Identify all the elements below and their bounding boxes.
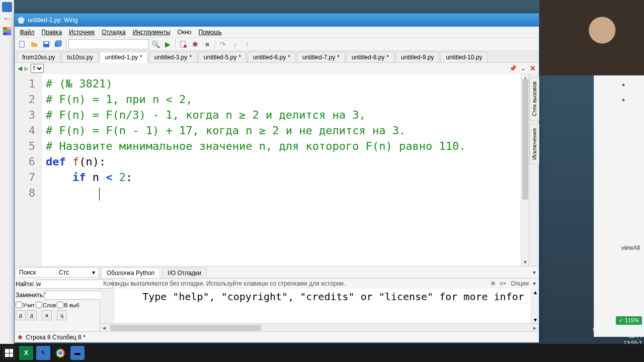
collapse-icon[interactable]: ⌄ [521,65,526,72]
new-file-icon[interactable] [17,39,28,50]
wing-logo-icon [18,17,25,24]
menu-bar: Файл Правка Источник Отладка Инструменты… [15,27,539,38]
scrollbar-thumb[interactable] [522,79,528,200]
right-side-panels: ▴ ▴ viewAll [594,75,644,337]
debug-file-icon[interactable] [178,39,189,50]
shell-add-icon[interactable]: ≡+ [500,280,507,287]
zoom-badge[interactable]: ✓ 115% [616,316,642,325]
search-panel-stack[interactable]: Стс [59,269,69,276]
scroll-left-icon[interactable]: ◂ [100,324,108,332]
pin-icon[interactable]: 📌 [509,65,517,72]
run-icon[interactable]: ▶ [162,39,173,50]
status-bar: ✱ Строка 8 Столбец 8 * [15,331,539,342]
view-all-label[interactable]: viewAll [621,244,640,251]
shell-options[interactable]: Опции [511,280,529,287]
bottom-panel: Поиск Стс ▾ Найти: Заменить: Учит Слов В… [15,266,539,331]
menu-debug[interactable]: Отладка [99,28,128,37]
shell-bug-icon[interactable]: ✱ [491,280,496,287]
search-panel-title[interactable]: Поиск [19,269,36,276]
symbol-nav-bar: ◀ ▶ f 📌 ⌄ ✕ [15,63,539,74]
panel-menu-icon[interactable]: ▾ [533,269,536,276]
toolbar-separator [66,40,66,49]
menu-edit[interactable]: Правка [39,28,65,37]
search-btn-2[interactable]: д [27,310,37,320]
menu-tools[interactable]: Инструменты [130,28,174,37]
editor-tab[interactable]: from10ss.py [17,52,60,62]
taskbar-app-icon[interactable]: ▬ [70,346,85,360]
nav-back-icon[interactable]: ◀ [18,65,22,72]
menu-help[interactable]: Помощь [195,28,224,37]
taskbar-excel-icon[interactable]: X [19,346,33,360]
editor-tab[interactable]: to10ss.py [61,52,98,62]
step-into-icon[interactable]: ↓ [229,39,240,50]
menu-source[interactable]: Источник [66,28,98,37]
shell-line: Type "help", "copyright", "credits" or "… [118,291,527,303]
scroll-up-icon-2[interactable]: ▴ [622,96,625,103]
replace-label: Заменить: [16,292,43,299]
editor-tab[interactable]: untitled-8.py* [346,52,394,62]
editor-tab[interactable]: untitled-9.py [395,52,439,62]
tab-python-shell[interactable]: Оболочка Python [101,267,160,278]
editor-scrollbar[interactable]: ▴ ▾ [521,74,529,266]
goto-search-input[interactable] [68,39,149,49]
step-over-icon[interactable]: ↷ [217,39,228,50]
svg-rect-4 [56,41,61,46]
right-bottom-info: ✓ 115% release.190318-120 10 Pr 13:55:1 [593,316,642,346]
line-gutter: 12345678 [15,74,42,266]
sel-checkbox[interactable]: В выб [57,302,79,308]
scroll-down-icon[interactable]: ▾ [534,316,537,323]
editor-tab[interactable]: untitled-1.py* [100,52,148,63]
scroll-up-icon[interactable]: ▴ [622,80,625,87]
save-icon[interactable] [41,39,52,50]
tab-io-debug[interactable]: I/O Отладки [162,267,207,278]
search-btn-3[interactable]: и [42,310,52,320]
apps-grid-icon[interactable] [3,27,11,35]
release-label: release.190318-120 [593,326,642,332]
code-content[interactable]: # (№ 3821) # F(n) = 1, при n < 2, # F(n)… [42,74,521,266]
chevron-down-icon[interactable]: ▾ [92,269,95,276]
wing-ide-window: untitled-1.py: Wing Файл Правка Источник… [14,13,539,343]
scroll-down-icon[interactable]: ▾ [521,258,529,266]
chevron-down-icon[interactable]: ▾ [533,280,536,287]
code-editor[interactable]: 12345678 # (№ 3821) # F(n) = 1, при n < … [15,74,521,266]
taskbar-editor-icon[interactable]: ✎ [36,346,50,360]
app-icon[interactable] [2,2,12,12]
step-out-icon[interactable]: ↑ [242,39,253,50]
toolbar: 🔍 ▶ ✱ ■ ↷ ↓ ↑ [15,38,539,51]
editor-tab[interactable]: untitled-3.py* [149,52,197,62]
menu-file[interactable]: Файл [17,28,38,37]
scrollbar-thumb[interactable] [110,325,261,331]
side-tab-call-stack[interactable]: Стек вызовов [529,77,539,121]
status-bug-icon[interactable]: ✱ [18,334,23,341]
editor-tab[interactable]: untitled-7.py* [297,52,345,62]
stop-icon[interactable]: ■ [202,39,213,50]
window-titlebar[interactable]: untitled-1.py: Wing [15,14,539,27]
shell-output[interactable]: Type "help", "copyright", "credits" or "… [114,289,531,323]
menu-window[interactable]: Окно [175,28,195,37]
search-icon[interactable]: 🔍 [150,39,161,50]
nav-fwd-icon[interactable]: ▶ [24,65,29,72]
scroll-right-icon[interactable]: ▸ [531,324,539,332]
taskbar-chrome-icon[interactable] [53,346,67,360]
search-panel: Поиск Стс ▾ Найти: Заменить: Учит Слов В… [15,266,100,331]
side-tab-exceptions[interactable]: Исключения [529,124,539,164]
editor-tab[interactable]: untitled-6.py* [248,52,296,62]
start-button[interactable] [2,346,16,360]
svg-rect-0 [20,41,24,47]
search-btn-1[interactable]: д [16,310,26,320]
shell-h-scrollbar[interactable]: ◂ ▸ [100,323,539,331]
symbol-select[interactable]: f [31,64,44,73]
editor-tab[interactable]: untitled-10.py [440,52,488,62]
case-checkbox[interactable]: Учит [16,302,35,308]
svg-point-6 [184,45,187,48]
open-file-icon[interactable] [29,39,40,50]
bug-icon[interactable]: ✱ [190,39,201,50]
close-tab-icon[interactable]: ✕ [530,64,536,72]
save-all-icon[interactable] [53,39,64,50]
webcam-overlay [539,0,644,75]
editor-tab[interactable]: untitled-5.py* [198,52,247,62]
search-btn-4[interactable]: ц [57,310,67,320]
scroll-up-icon[interactable]: ▴ [534,289,537,296]
back-icon[interactable]: ← [0,14,14,23]
word-checkbox[interactable]: Слов [36,302,56,308]
